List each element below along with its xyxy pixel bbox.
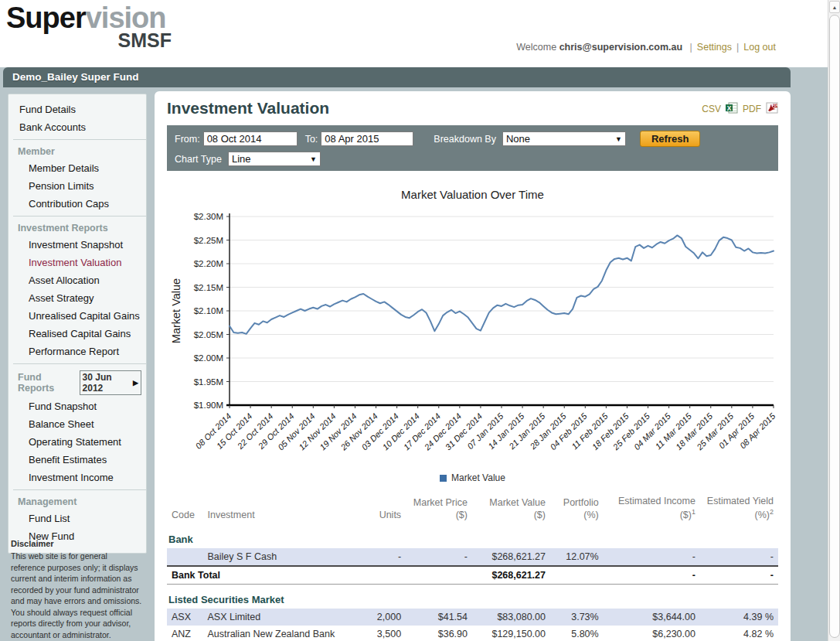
sidebar-group-member: Member [9,142,146,159]
col-header-investment: Investment [202,494,351,524]
divider [13,363,146,364]
sidebar-item-unrealised-capital-gains[interactable]: Unrealised Capital Gains [9,307,146,325]
disclaimer-body: This web site is for general reference p… [11,551,144,640]
table-row[interactable]: Bailey S F Cash - - $268,621.27 12.07% -… [167,548,778,566]
sidebar-item-balance-sheet[interactable]: Balance Sheet [9,415,146,433]
filter-bar: From: To: Breakdown By None ▼ Refresh Ch… [167,125,778,171]
from-label: From: [175,134,200,145]
breakdown-value: None [506,133,530,145]
chart-type-value: Line [232,153,251,165]
fund-reports-label: Fund Reports [18,372,77,394]
scrollbar-thumb[interactable] [829,15,840,638]
table-row[interactable]: ASX ASX Limited 2,000 $41.54 $83,080.00 … [167,609,778,626]
sidebar-item-fund-details[interactable]: Fund Details [9,101,146,118]
svg-text:$1.95M: $1.95M [193,377,223,387]
legend-label: Market Value [451,472,505,483]
svg-text:Market Value: Market Value [170,278,182,343]
svg-text:$2.30M: $2.30M [193,212,223,221]
col-header-code: Code [167,494,202,524]
chevron-right-icon: ▶ [133,379,138,387]
col-header-market-value: Market Value ($) [472,494,550,524]
sidebar-item-fund-list[interactable]: Fund List [9,510,146,527]
settings-link[interactable]: Settings [697,42,732,53]
csv-export-link[interactable]: CSV [702,104,721,114]
svg-text:PDF: PDF [772,104,779,107]
chart-svg: $2.30M$2.25M$2.20M$2.15M$2.10M$2.05M$2.0… [168,207,778,469]
svg-text:$1.90M: $1.90M [193,401,223,410]
pdf-icon[interactable]: PDF [766,102,778,116]
sidebar-group-management: Management [9,493,146,510]
svg-text:$2.10M: $2.10M [193,306,223,315]
svg-text:$2.15M: $2.15M [193,283,223,292]
content-header: Investment Valuation CSV X PDF PDF [167,99,778,118]
excel-icon[interactable]: X [726,102,738,116]
bank-total-row: Bank Total $268,621.27 - - [167,566,778,585]
breakdown-label: Breakdown By [434,134,496,145]
logo-wordmark: Supervision [6,3,175,32]
pdf-export-link[interactable]: PDF [743,104,761,114]
sidebar-item-member-details[interactable]: Member Details [9,159,146,177]
refresh-button[interactable]: Refresh [640,131,700,147]
vertical-scrollbar[interactable]: ▲ [828,0,840,641]
supervision-logo: Supervision SMSF [6,3,175,50]
legend-swatch [440,475,447,482]
svg-text:$2.25M: $2.25M [193,236,223,245]
sidebar-item-benefit-estimates[interactable]: Benefit Estimates [9,451,146,469]
sidebar-item-asset-strategy[interactable]: Asset Strategy [9,289,146,307]
investment-table: Code Investment Units Market Price($) Ma… [167,494,778,641]
fund-reports-date: 30 Jun 2012 [83,372,131,394]
welcome-label: Welcome [516,42,556,53]
svg-text:$2.00M: $2.00M [193,353,223,363]
sidebar-item-bank-accounts[interactable]: Bank Accounts [9,118,146,136]
chevron-down-icon: ▼ [310,155,317,163]
sidebar-group-investment-reports: Investment Reports [9,219,146,236]
market-valuation-chart: Market Valuation Over Time $2.30M$2.25M$… [167,188,778,483]
filter-row-chart-type: Chart Type Line ▼ [175,152,770,166]
chart-title: Market Valuation Over Time [167,188,778,201]
divider [13,489,146,490]
col-header-market-price: Market Price($) [406,494,472,524]
chart-type-select[interactable]: Line ▼ [228,152,321,166]
section-header-bank: Bank [167,524,778,548]
chart-type-label: Chart Type [175,154,222,165]
table-row[interactable]: ANZ Australian New Zealand Bank 3,500 $3… [167,626,778,641]
divider [13,139,146,140]
sidebar-group-fund-reports: Fund Reports 30 Jun 2012 ▶ [9,367,146,397]
separator: | [685,42,697,53]
sidebar-item-asset-allocation[interactable]: Asset Allocation [9,271,146,289]
page-title: Investment Valuation [167,99,329,118]
sidebar-item-operating-statement[interactable]: Operating Statement [9,433,146,451]
main-content: Investment Valuation CSV X PDF PDF From:… [155,91,791,641]
divider [13,216,146,217]
sidebar-item-contribution-caps[interactable]: Contribution Caps [9,195,146,213]
sidebar-nav: Fund Details Bank Accounts Member Member… [8,94,147,554]
from-date-input[interactable] [203,131,298,146]
user-email: chris@supervision.com.au [559,42,682,53]
col-header-estimated-yield: Estimated Yield(%)2 [700,494,778,524]
logout-link[interactable]: Log out [743,42,776,53]
chart-legend: Market Value [167,472,778,483]
to-label: To: [305,134,318,145]
chevron-down-icon: ▼ [615,135,622,143]
svg-text:$2.05M: $2.05M [193,330,223,339]
sidebar-item-investment-valuation[interactable]: Investment Valuation [9,254,146,271]
sidebar-item-investment-snapshot[interactable]: Investment Snapshot [9,236,146,254]
col-header-portfolio: Portfolio(%) [550,494,604,524]
sidebar-item-investment-income[interactable]: Investment Income [9,469,146,486]
fund-reports-date-selector[interactable]: 30 Jun 2012 ▶ [80,370,141,395]
export-links: CSV X PDF PDF [702,102,778,118]
col-header-estimated-income: Estimated Income($)1 [604,494,700,524]
sidebar-item-pension-limits[interactable]: Pension Limits [9,177,146,195]
logo-super: Super [6,2,86,34]
chart-plot-area: $2.30M$2.25M$2.20M$2.15M$2.10M$2.05M$2.0… [168,207,778,471]
breakdown-select[interactable]: None ▼ [502,131,626,146]
filter-row-dates: From: To: Breakdown By None ▼ Refresh [175,131,770,147]
disclaimer: Disclaimer This web site is for general … [11,538,144,640]
scroll-up-arrow-icon[interactable]: ▲ [829,1,840,13]
separator: | [732,42,743,53]
sidebar-item-realised-capital-gains[interactable]: Realised Capital Gains [9,325,146,343]
to-date-input[interactable] [321,131,413,146]
sidebar-item-performance-report[interactable]: Performance Report [9,343,146,360]
svg-text:X: X [727,104,732,112]
sidebar-item-fund-snapshot[interactable]: Fund Snapshot [9,397,146,415]
